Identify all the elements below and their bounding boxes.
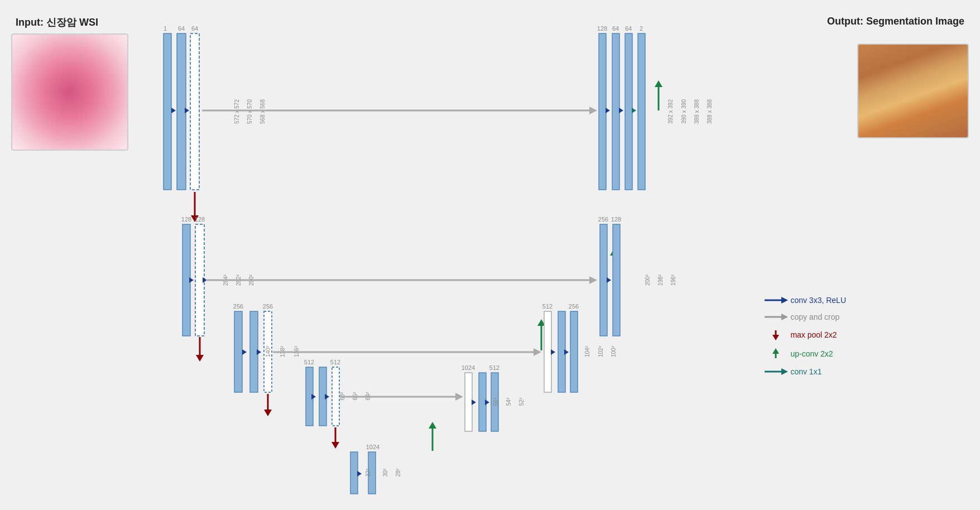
fmap-dec1-ch64a bbox=[612, 33, 619, 190]
arrow-enc2-conv2 bbox=[203, 277, 207, 283]
dim-enc4-2: 66² bbox=[352, 392, 358, 400]
label-enc1-ch1: 1 bbox=[164, 25, 167, 32]
legend: conv 3x3, ReLU copy and crop max pool 2x… bbox=[763, 296, 846, 384]
fmap-enc3-ch256a bbox=[234, 311, 242, 392]
fmap-dec4-ch1024 bbox=[465, 373, 472, 431]
label-dec4-ch512: 512 bbox=[489, 364, 499, 371]
upconv4-arrow bbox=[429, 422, 436, 429]
arrow-enc3-conv1 bbox=[242, 349, 247, 355]
output-image bbox=[857, 44, 969, 138]
fmap-enc1-ch64b bbox=[190, 33, 199, 190]
label-enc2-ch128a: 128 bbox=[181, 216, 191, 223]
fmap-enc2-ch128b bbox=[195, 224, 204, 336]
dim-enc2-2: 282² bbox=[236, 274, 242, 286]
arrow-dec1-conv2 bbox=[619, 108, 623, 113]
legend-upconv-icon bbox=[763, 348, 790, 359]
fmap-enc4-ch512c bbox=[332, 367, 339, 426]
dim-dec1-3: 388 x 388 bbox=[694, 99, 700, 124]
label-dec1-ch2: 2 bbox=[640, 25, 643, 32]
legend-conv1x1: conv 1x1 bbox=[763, 367, 846, 376]
legend-copy-crop: copy and crop bbox=[763, 312, 846, 321]
dim-dec1-1: 392 x 392 bbox=[667, 99, 674, 124]
upconv1-arrow bbox=[655, 80, 662, 87]
dim-dec2-3: 196² bbox=[670, 274, 676, 286]
output-label: Output: Segmentation Image bbox=[827, 16, 964, 27]
upconv2-arrow bbox=[610, 249, 618, 256]
fmap-enc3-ch256b bbox=[250, 311, 258, 392]
fmap-enc1-ch64a bbox=[177, 33, 186, 190]
arrow-bn-conv1 bbox=[357, 471, 362, 477]
svg-marker-2 bbox=[781, 297, 788, 304]
dim-enc3-1: 140² bbox=[265, 345, 271, 357]
copy-crop-arrow-2-head bbox=[589, 276, 597, 284]
fmap-bn-ch1024b bbox=[368, 452, 376, 494]
maxpool4-arrow bbox=[332, 442, 339, 449]
legend-conv3x3-label: conv 3x3, ReLU bbox=[790, 296, 846, 305]
arrow-enc2-conv1 bbox=[189, 277, 194, 283]
fmap-dec1-ch2 bbox=[638, 33, 645, 190]
legend-conv1x1-icon bbox=[763, 367, 790, 376]
fmap-dec3-ch256a bbox=[558, 311, 565, 392]
unet-diagram: 1 64 64 572 x 572 570 x 570 568 x 568 12… bbox=[0, 0, 980, 510]
arrow-dec4-conv1 bbox=[472, 400, 476, 405]
fmap-dec4-ch512a bbox=[479, 373, 486, 431]
fmap-enc2-ch128a bbox=[182, 224, 190, 336]
arrow-dec4-conv2 bbox=[485, 400, 489, 405]
fmap-enc4-ch512a bbox=[306, 367, 313, 426]
copy-crop-arrow-4-head bbox=[455, 393, 463, 401]
legend-upconv: up-conv 2x2 bbox=[763, 348, 846, 359]
fmap-dec1-ch64b bbox=[625, 33, 632, 190]
dim-enc1-64b: 568 x 568 bbox=[260, 99, 266, 124]
maxpool1-arrow bbox=[191, 215, 199, 222]
input-image bbox=[11, 33, 128, 151]
svg-marker-6 bbox=[772, 335, 779, 340]
label-enc3-ch256b: 256 bbox=[263, 303, 273, 310]
arrow-enc4-conv1 bbox=[311, 394, 316, 400]
label-enc4-ch512b: 512 bbox=[330, 359, 340, 365]
fmap-enc1-ch1 bbox=[164, 33, 171, 190]
dim-enc3-3: 136² bbox=[294, 345, 300, 357]
label-dec3-ch256: 256 bbox=[569, 303, 579, 310]
svg-marker-4 bbox=[781, 314, 788, 320]
arrow-dec2-conv1 bbox=[607, 277, 611, 283]
label-enc2-ch128b: 128 bbox=[195, 216, 205, 223]
dim-dec1-2: 390 x 390 bbox=[681, 99, 687, 124]
dim-bn-1: 32² bbox=[365, 468, 371, 477]
dim-dec3-2: 102² bbox=[598, 345, 604, 357]
arrow-dec1-conv1x1 bbox=[632, 108, 636, 113]
dim-dec3-3: 100² bbox=[611, 345, 617, 357]
fmap-enc3-ch256c bbox=[264, 311, 272, 392]
svg-marker-10 bbox=[781, 368, 788, 375]
input-image-content bbox=[12, 35, 127, 150]
output-image-content bbox=[858, 45, 968, 137]
legend-copy-crop-label: copy and crop bbox=[790, 312, 839, 321]
dim-dec2-2: 198² bbox=[657, 274, 664, 286]
legend-conv3x3-icon bbox=[763, 296, 790, 305]
maxpool2-arrow bbox=[196, 355, 204, 362]
upconv3-arrow bbox=[537, 319, 545, 326]
dim-enc2-3: 280² bbox=[248, 274, 254, 286]
legend-maxpool-label: max pool 2x2 bbox=[790, 330, 837, 339]
fmap-dec4-ch512b bbox=[491, 373, 498, 431]
dim-enc4-1: 68² bbox=[339, 392, 345, 400]
label-dec2-ch128: 128 bbox=[611, 216, 621, 223]
main-canvas: Input: 신장암 WSI Output: Segmentation Imag… bbox=[0, 0, 980, 510]
fmap-dec3-ch256b bbox=[570, 311, 578, 392]
label-dec1-ch64b: 64 bbox=[625, 25, 632, 32]
dim-dec1-4: 388 x 388 bbox=[707, 99, 713, 124]
dim-dec3-1: 104² bbox=[584, 345, 590, 357]
label-enc1-ch64a: 64 bbox=[178, 25, 185, 32]
dim-bn-3: 28² bbox=[395, 468, 401, 477]
arrow-enc1-conv2 bbox=[185, 108, 189, 113]
legend-maxpool-icon bbox=[763, 329, 790, 340]
dim-enc2-1: 284² bbox=[223, 274, 229, 286]
arrow-enc4-conv2 bbox=[325, 394, 329, 400]
dim-enc3-2: 138² bbox=[280, 345, 286, 357]
dim-dec2-1: 200² bbox=[645, 274, 651, 286]
arrow-enc3-conv2 bbox=[257, 349, 261, 355]
dim-dec4-2: 54² bbox=[506, 397, 512, 406]
legend-copy-crop-icon bbox=[763, 312, 790, 321]
dim-dec4-1: 56² bbox=[493, 397, 499, 406]
label-bn-ch1024: 1024 bbox=[366, 444, 379, 450]
label-dec1-ch64a: 64 bbox=[612, 25, 619, 32]
